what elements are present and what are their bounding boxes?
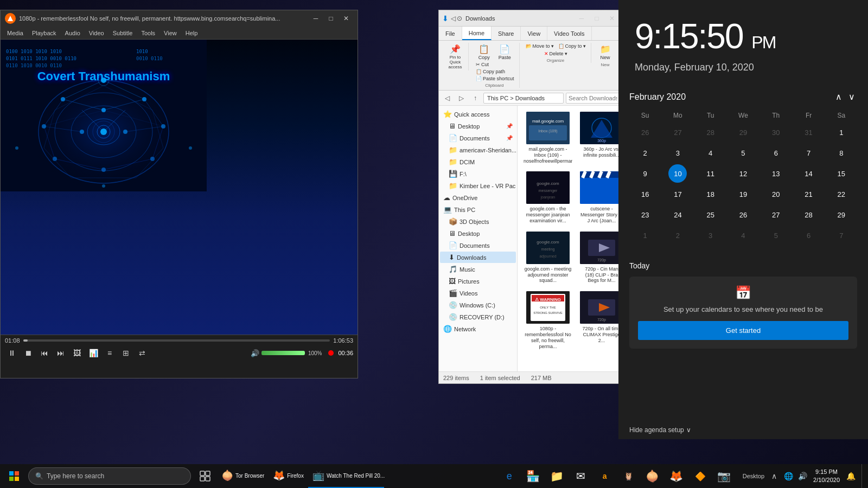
get-started-button[interactable]: Get started [638, 321, 848, 340]
taskbar-ie-icon[interactable]: e [497, 464, 521, 488]
cal-day-today[interactable]: 10 [668, 164, 687, 183]
sidebar-item-3d-objects[interactable]: 📦 3D Objects [440, 216, 516, 227]
cal-day[interactable]: 22 [832, 185, 851, 203]
vlc-menu-subtitle[interactable]: Subtitle [108, 27, 137, 39]
address-path[interactable]: This PC > Downloads [483, 93, 564, 104]
hide-agenda-button[interactable]: Hide agenda setup ∨ [618, 421, 868, 439]
search-box[interactable]: 🔍 Type here to search [28, 467, 191, 485]
cal-day[interactable]: 24 [668, 206, 687, 224]
cal-day[interactable]: 8 [832, 144, 851, 162]
move-to-button[interactable]: 📂Move to▾ [524, 43, 556, 49]
sidebar-item-documents[interactable]: 📄 Documents [440, 240, 516, 251]
cal-day[interactable]: 6 [767, 144, 785, 162]
cal-day[interactable]: 4 [701, 144, 720, 162]
taskbar-app-tor-browser[interactable]: 🧅 Tor Browser [217, 464, 269, 488]
cal-day[interactable]: 14 [800, 164, 818, 183]
file-item[interactable]: cutscene - Messenger Story of J Arc (Joa… [577, 169, 622, 226]
cal-day[interactable]: 3 [668, 144, 687, 162]
cal-day[interactable]: 29 [734, 123, 752, 142]
cal-day[interactable]: 16 [636, 185, 654, 203]
sidebar-item-f-drive[interactable]: 💾 F:\ [440, 168, 516, 179]
vlc-next-button[interactable]: ⏭ [54, 346, 68, 360]
taskbar-app-firefox[interactable]: 🦊 Firefox [269, 464, 308, 488]
show-desktop-button[interactable] [861, 464, 866, 488]
sidebar-item-videos[interactable]: 🎬 Videos [440, 287, 516, 299]
taskbar-mail-icon[interactable]: ✉ [569, 464, 593, 488]
vlc-ext-button[interactable]: ⊞ [119, 346, 133, 360]
vlc-eq-button[interactable]: 📊 [86, 346, 100, 360]
copy-button[interactable]: 📋 Copy [474, 43, 494, 61]
vlc-menu-video[interactable]: Video [85, 27, 108, 39]
vlc-stop-button[interactable]: ⏹ [21, 346, 35, 360]
vlc-menu-view[interactable]: View [159, 27, 181, 39]
explorer-minimize-button[interactable]: ─ [575, 12, 589, 24]
vlc-volume-slider[interactable] [261, 351, 305, 355]
vlc-list-button[interactable]: ≡ [103, 346, 117, 360]
sidebar-item-windows-c[interactable]: 💿 Windows (C:) [440, 299, 516, 311]
sidebar-item-music[interactable]: 🎵 Music [440, 264, 516, 275]
sidebar-item-documents-pinned[interactable]: 📄 Documents 📌 [440, 132, 516, 144]
cal-day[interactable]: 15 [832, 164, 851, 183]
sidebar-item-quick-access[interactable]: ⭐ Quick access [440, 108, 516, 120]
cal-day[interactable]: 3 [701, 226, 720, 245]
copy-to-button[interactable]: 📋Copy to▾ [557, 43, 588, 49]
cal-day[interactable]: 1 [636, 226, 654, 245]
volume-tray-icon[interactable]: 🔊 [796, 470, 809, 483]
cal-day[interactable]: 5 [767, 226, 785, 245]
file-item[interactable]: google.com meeting adjourned google.com … [521, 229, 575, 286]
taskbar-tor-tray-icon[interactable]: 🧅 [641, 464, 665, 488]
vlc-minimize-button[interactable]: ─ [309, 12, 323, 24]
vlc-prev-button[interactable]: ⏮ [37, 346, 52, 360]
ribbon-tab-share[interactable]: Share [492, 27, 521, 40]
ribbon-tab-home[interactable]: Home [462, 27, 492, 40]
new-folder-button[interactable]: 📁 New [596, 43, 615, 61]
file-item[interactable]: mail.google.com Inbox (109) mail.google.… [521, 109, 575, 166]
vlc-progress-bar[interactable] [23, 339, 330, 342]
cal-day[interactable]: 7 [832, 226, 851, 245]
ribbon-tab-video-tools[interactable]: Video Tools [547, 27, 591, 40]
sidebar-item-network[interactable]: 🌐 Network [440, 323, 516, 335]
sidebar-item-this-pc[interactable]: 💻 This PC [440, 204, 516, 215]
sidebar-item-desktop[interactable]: 🖥 Desktop [440, 228, 516, 239]
cal-day[interactable]: 26 [734, 206, 752, 224]
clock-tray[interactable]: 9:15 PM 2/10/2020 [810, 468, 843, 485]
sidebar-item-pictures[interactable]: 🖼 Pictures [440, 275, 516, 287]
cal-day[interactable]: 12 [734, 164, 752, 183]
copy-path-button[interactable]: 📋Copy path [474, 68, 516, 75]
taskbar-tripadvisor-icon[interactable]: 🦉 [617, 464, 641, 488]
desktop-label[interactable]: Desktop [741, 473, 767, 479]
cal-day[interactable]: 25 [701, 206, 720, 224]
cal-day[interactable]: 2 [636, 144, 654, 162]
cut-button[interactable]: ✂Cut [474, 61, 516, 68]
cal-day[interactable]: 19 [734, 185, 752, 203]
paste-shortcut-button[interactable]: 📄Paste shortcut [474, 75, 516, 82]
file-item[interactable]: ⚠ WARNING ONLY THE STRONG SURVIVE 1080p … [521, 288, 575, 352]
cal-day[interactable]: 29 [832, 206, 851, 224]
taskbar-amazon-icon[interactable]: a [593, 464, 617, 488]
taskbar-folder-icon[interactable]: 📁 [545, 464, 569, 488]
sidebar-item-recovery-d[interactable]: 💿 RECOVERY (D:) [440, 311, 516, 323]
cal-day[interactable]: 1 [832, 123, 851, 142]
vlc-frame-button[interactable]: 🖼 [70, 346, 84, 360]
taskbar-firefox-tray-icon[interactable]: 🦊 [665, 464, 688, 488]
vlc-menu-tools[interactable]: Tools [137, 27, 159, 39]
search-input[interactable] [566, 93, 620, 104]
file-item[interactable]: 360p 360p - Jo Arc vs. infinite possibil… [577, 109, 622, 166]
cal-day[interactable]: 30 [767, 123, 785, 142]
cal-day[interactable]: 5 [734, 144, 752, 162]
tray-expand-button[interactable]: ∧ [768, 470, 781, 483]
cal-day[interactable]: 26 [636, 123, 654, 142]
vlc-maximize-button[interactable]: □ [324, 12, 338, 24]
cal-day[interactable]: 28 [800, 206, 818, 224]
file-item[interactable]: google.com messenger joanjean google.com… [521, 169, 575, 226]
explorer-close-button[interactable]: ✕ [605, 12, 619, 24]
vlc-menu-playback[interactable]: Playback [28, 27, 61, 39]
cal-day[interactable]: 11 [701, 164, 720, 183]
explorer-maximize-button[interactable]: □ [590, 12, 604, 24]
vlc-shuffle-button[interactable]: ⇄ [135, 346, 149, 360]
taskbar-camera-icon[interactable]: 📷 [712, 464, 736, 488]
taskbar-store-icon[interactable]: 🏪 [521, 464, 545, 488]
cal-day[interactable]: 17 [668, 185, 687, 203]
cal-day[interactable]: 21 [800, 185, 818, 203]
sidebar-item-dcim[interactable]: 📁 DCIM [440, 156, 516, 168]
